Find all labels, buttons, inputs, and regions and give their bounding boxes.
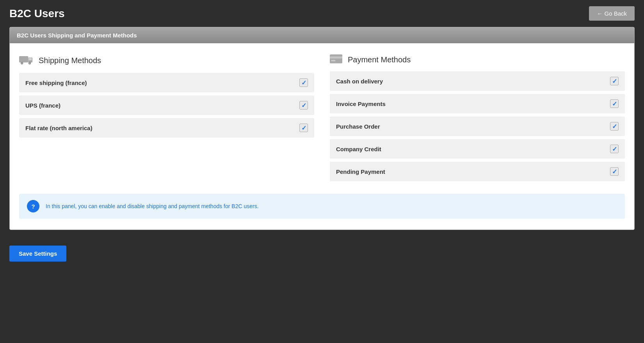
panel-header: B2C Users Shipping and Payment Methods: [10, 27, 634, 43]
svg-rect-9: [331, 60, 336, 62]
payment-method-checkbox[interactable]: [610, 122, 619, 131]
payment-method-label: Cash on delivery: [336, 78, 383, 85]
main-panel: B2C Users Shipping and Payment Methods: [9, 27, 635, 230]
payment-title-row: Payment Methods: [330, 54, 625, 65]
payment-section-title: Payment Methods: [348, 55, 411, 64]
go-back-button[interactable]: ← Go Back: [589, 6, 635, 21]
shipping-method-label: UPS (france): [25, 102, 60, 109]
svg-point-4: [21, 63, 23, 64]
payment-method-item: Company Credit: [330, 139, 625, 159]
footer: Save Settings: [0, 239, 644, 268]
payment-section: Payment Methods Cash on delivery Invoice…: [330, 54, 625, 181]
shipping-method-label: Free shipping (france): [25, 80, 87, 86]
panel-body: Shipping Methods Free shipping (france) …: [10, 43, 634, 230]
payment-method-label: Pending Payment: [336, 168, 385, 175]
save-settings-button[interactable]: Save Settings: [9, 246, 66, 262]
payment-method-checkbox[interactable]: [610, 167, 619, 176]
header: B2C Users ← Go Back: [0, 0, 644, 27]
page-title: B2C Users: [9, 7, 65, 20]
shipping-method-item: UPS (france): [19, 95, 314, 115]
payment-method-item: Pending Payment: [330, 162, 625, 181]
svg-rect-8: [330, 57, 342, 58]
payment-method-checkbox[interactable]: [610, 99, 619, 108]
shipping-method-item: Free shipping (france): [19, 73, 314, 92]
shipping-method-item: Flat rate (north america): [19, 118, 314, 138]
svg-rect-0: [19, 56, 28, 62]
truck-icon: [19, 54, 33, 67]
info-box: ? In this panel, you can enable and disa…: [19, 194, 625, 219]
info-text: In this panel, you can enable and disabl…: [46, 203, 259, 209]
shipping-method-list: Free shipping (france) UPS (france) Flat…: [19, 73, 314, 138]
payment-method-label: Invoice Payments: [336, 101, 386, 107]
credit-card-icon: [330, 54, 342, 65]
shipping-section: Shipping Methods Free shipping (france) …: [19, 54, 314, 181]
shipping-section-title: Shipping Methods: [39, 56, 101, 65]
shipping-method-checkbox[interactable]: [299, 78, 308, 87]
panel-header-title: B2C Users Shipping and Payment Methods: [17, 32, 137, 39]
payment-method-item: Purchase Order: [330, 117, 625, 136]
shipping-method-label: Flat rate (north america): [25, 125, 93, 131]
payment-method-label: Company Credit: [336, 146, 381, 152]
payment-method-checkbox[interactable]: [610, 145, 619, 153]
columns-layout: Shipping Methods Free shipping (france) …: [19, 54, 625, 181]
shipping-title-row: Shipping Methods: [19, 54, 314, 67]
info-icon: ?: [27, 200, 39, 212]
svg-point-6: [29, 63, 30, 64]
shipping-method-checkbox[interactable]: [299, 101, 308, 110]
svg-rect-7: [330, 54, 342, 63]
payment-method-checkbox[interactable]: [610, 77, 619, 85]
payment-method-item: Cash on delivery: [330, 71, 625, 91]
shipping-method-checkbox[interactable]: [299, 124, 308, 132]
svg-rect-2: [28, 58, 32, 60]
payment-method-item: Invoice Payments: [330, 94, 625, 113]
payment-method-label: Purchase Order: [336, 123, 380, 130]
payment-method-list: Cash on delivery Invoice Payments Purcha…: [330, 71, 625, 181]
